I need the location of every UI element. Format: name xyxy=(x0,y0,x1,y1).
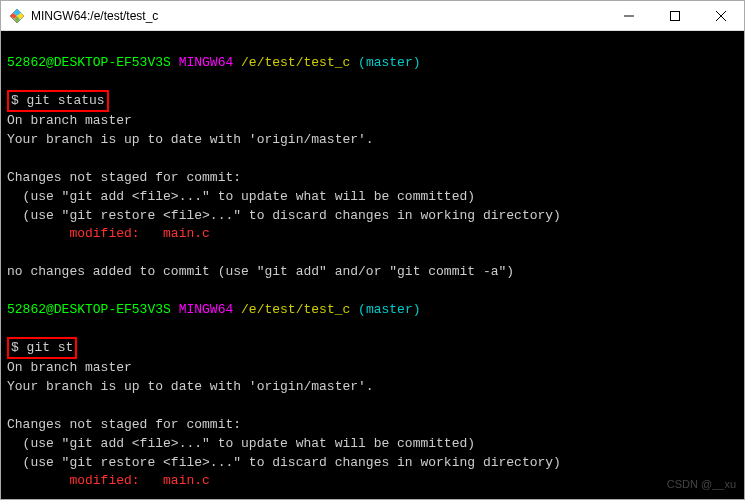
output-line: (use "git add <file>..." to update what … xyxy=(7,436,475,451)
svg-rect-6 xyxy=(671,11,680,20)
command-text: git status xyxy=(27,93,105,108)
prompt-dollar: $ xyxy=(11,340,27,355)
output-line: (use "git add <file>..." to update what … xyxy=(7,189,475,204)
window-controls xyxy=(606,1,744,31)
prompt-dollar: $ xyxy=(11,93,27,108)
output-line: On branch master xyxy=(7,113,132,128)
output-line: (use "git restore <file>..." to discard … xyxy=(7,208,561,223)
output-line: (use "git restore <file>..." to discard … xyxy=(7,455,561,470)
prompt-user: 52862@DESKTOP-EF53V3S xyxy=(7,302,171,317)
highlight-box: $ git status xyxy=(7,90,109,113)
output-line: On branch master xyxy=(7,360,132,375)
prompt-env: MINGW64 xyxy=(179,302,234,317)
minimize-button[interactable] xyxy=(606,1,652,31)
highlight-box: $ git st xyxy=(7,337,77,360)
window-title: MINGW64:/e/test/test_c xyxy=(31,9,606,23)
output-line: Changes not staged for commit: xyxy=(7,170,241,185)
close-button[interactable] xyxy=(698,1,744,31)
watermark: CSDN @__xu xyxy=(667,477,736,493)
app-icon xyxy=(9,8,25,24)
output-line: Your branch is up to date with 'origin/m… xyxy=(7,379,374,394)
terminal[interactable]: 52862@DESKTOP-EF53V3S MINGW64 /e/test/te… xyxy=(1,31,744,499)
prompt-path: /e/test/test_c xyxy=(241,302,350,317)
output-line: Changes not staged for commit: xyxy=(7,417,241,432)
titlebar[interactable]: MINGW64:/e/test/test_c xyxy=(1,1,744,31)
prompt-line: 52862@DESKTOP-EF53V3S MINGW64 /e/test/te… xyxy=(7,301,738,320)
prompt-env: MINGW64 xyxy=(179,55,234,70)
prompt-user: 52862@DESKTOP-EF53V3S xyxy=(7,55,171,70)
prompt-path: /e/test/test_c xyxy=(241,55,350,70)
window: MINGW64:/e/test/test_c 52862@DESKTOP-EF5… xyxy=(0,0,745,500)
prompt-branch: (master) xyxy=(358,55,420,70)
command-text: git st xyxy=(27,340,74,355)
output-line: Your branch is up to date with 'origin/m… xyxy=(7,132,374,147)
output-modified: modified: main.c xyxy=(7,226,210,241)
prompt-branch: (master) xyxy=(358,302,420,317)
prompt-line: 52862@DESKTOP-EF53V3S MINGW64 /e/test/te… xyxy=(7,54,738,73)
output-modified: modified: main.c xyxy=(7,473,210,488)
output-line: no changes added to commit (use "git add… xyxy=(7,264,514,279)
maximize-button[interactable] xyxy=(652,1,698,31)
